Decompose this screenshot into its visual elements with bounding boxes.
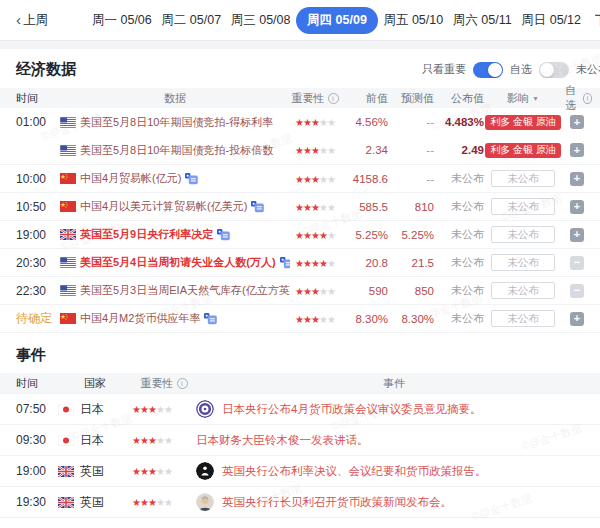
tab-05/06[interactable]: 周一 05/06	[88, 7, 156, 34]
flag-us-icon	[60, 145, 76, 156]
star-icon: ★	[311, 258, 319, 269]
star-icon: ★	[327, 145, 335, 156]
star-icon: ★	[148, 497, 156, 508]
econ-row-name[interactable]: 英国至5月9日央行利率决定	[60, 227, 290, 242]
tab-05/09[interactable]: 周四 05/09	[296, 7, 378, 34]
star-icon: ★	[156, 435, 164, 446]
event-cell[interactable]: 日本财务大臣铃木俊一发表讲话。	[196, 433, 592, 448]
col-event-time: 时间	[16, 376, 58, 391]
star-icon: ★	[311, 117, 319, 128]
remove-favorite-button[interactable]: −	[570, 284, 584, 298]
only-important-toggle[interactable]	[473, 62, 503, 78]
col-data: 数据	[60, 91, 290, 106]
related-data-icon[interactable]	[204, 312, 217, 325]
related-data-icon[interactable]	[217, 228, 230, 241]
event-cell[interactable]: 英国央行行长贝利召开货币政策新闻发布会。	[196, 493, 592, 511]
star-icon: ★	[156, 497, 164, 508]
add-favorite-button[interactable]: +	[570, 312, 584, 326]
tab-05/11[interactable]: 周六 05/11	[449, 7, 516, 34]
add-favorite-button[interactable]: +	[570, 200, 584, 214]
star-icon: ★	[319, 230, 327, 241]
star-icon: ★	[295, 258, 303, 269]
info-circle-icon[interactable]: i	[583, 93, 592, 104]
add-favorite-button[interactable]: +	[570, 143, 584, 157]
econ-row-time: 19:00	[16, 228, 60, 242]
published-value: 未公布	[434, 283, 484, 298]
chevron-left-icon: ‹	[16, 12, 21, 27]
impact-unpublished-button: 未公布	[491, 254, 555, 272]
col-event-country: 国家	[58, 376, 132, 391]
star-icon: ★	[303, 174, 311, 185]
star-icon: ★	[132, 435, 140, 446]
econ-row-time: 01:00	[16, 115, 60, 129]
flag-cn-icon	[60, 201, 76, 212]
star-icon: ★	[295, 314, 303, 325]
related-data-icon[interactable]	[280, 256, 290, 269]
econ-row-name[interactable]: 美国至5月8日10年期国债竞拍-得标利率	[60, 115, 290, 130]
published-value: 未公布	[434, 255, 484, 270]
event-text: 日本央行公布4月货币政策会议审议委员意见摘要。	[222, 402, 481, 417]
remove-favorite-button[interactable]: −	[570, 256, 584, 270]
col-importance: 重要性i	[290, 91, 340, 106]
impact-unpublished-button: 未公布	[491, 198, 555, 216]
boj-avatar	[196, 400, 214, 418]
importance-stars: ★★★★★	[290, 312, 340, 326]
econ-row-name[interactable]: 美国至5月8日10年期国债竞拍-投标倍数	[60, 143, 290, 158]
favorite-cell: −	[562, 256, 592, 270]
econ-row-time: 10:50	[16, 200, 60, 214]
prev-week-button[interactable]: ‹ 上周	[16, 12, 68, 29]
econ-row-time: 待确定	[16, 310, 60, 327]
impact-unpublished-button: 未公布	[491, 170, 555, 188]
tab-05/08[interactable]: 周三 05/08	[227, 7, 295, 34]
star-icon: ★	[295, 174, 303, 185]
forecast-value: 21.5	[388, 257, 434, 269]
econ-row-name[interactable]: 中国4月M2货币供应年率	[60, 311, 290, 326]
related-data-icon[interactable]	[185, 172, 198, 185]
econ-row: 22:30 美国至5月3日当周EIA天然气库存(亿立方英尺) ★★★★★ 590…	[0, 276, 600, 304]
impact-cell: 未公布	[484, 310, 562, 328]
info-circle-icon[interactable]: i	[177, 378, 188, 389]
econ-row-name[interactable]: 美国至5月4日当周初请失业金人数(万人)	[60, 255, 290, 270]
published-value: 未公布	[434, 227, 484, 242]
impact-cell: 未公布	[484, 226, 562, 244]
flag-jp-icon	[58, 435, 74, 446]
econ-row-name[interactable]: 美国至5月3日当周EIA天然气库存(亿立方英尺)	[60, 283, 290, 298]
star-icon: ★	[311, 202, 319, 213]
event-row: 19:00 英国 ★★★★★ 英国央行公布利率决议、会议纪要和货币政策报告。	[0, 455, 600, 486]
add-favorite-button[interactable]: +	[570, 228, 584, 242]
event-cell[interactable]: 日本央行公布4月货币政策会议审议委员意见摘要。	[196, 400, 592, 418]
events-title: 事件	[16, 346, 46, 365]
econ-row-name[interactable]: 中国4月贸易帐(亿元)	[60, 171, 290, 186]
add-favorite-button[interactable]: +	[570, 115, 584, 129]
impact-cell: 未公布	[484, 170, 562, 188]
flag-cn-icon	[60, 173, 76, 184]
econ-row-name[interactable]: 中国4月以美元计算贸易帐(亿美元)	[60, 199, 290, 214]
flag-us-icon	[60, 117, 76, 128]
prev-week-label: 上周	[23, 12, 48, 29]
related-data-icon[interactable]	[251, 200, 264, 213]
custom-filter-toggle[interactable]	[539, 62, 569, 78]
add-favorite-button[interactable]: +	[570, 172, 584, 186]
tab-05/07[interactable]: 周二 05/07	[157, 7, 225, 34]
event-cell[interactable]: 英国央行公布利率决议、会议纪要和货币政策报告。	[196, 462, 592, 480]
info-circle-icon[interactable]: i	[328, 93, 339, 104]
star-icon: ★	[311, 145, 319, 156]
tab-05/12[interactable]: 周日 05/12	[517, 7, 585, 34]
tab-05/10[interactable]: 周五 05/10	[379, 7, 447, 34]
star-icon: ★	[327, 314, 335, 325]
next-week-button[interactable]: 下周	[595, 12, 600, 29]
col-impact[interactable]: 影响▼	[484, 91, 562, 106]
favorite-cell: +	[562, 200, 592, 214]
prev-value: 585.5	[340, 201, 388, 213]
econ-row: 美国至5月8日10年期国债竞拍-投标倍数 ★★★★★ 2.34 -- 2.49 …	[0, 136, 600, 164]
star-icon: ★	[156, 404, 164, 415]
star-icon: ★	[148, 435, 156, 446]
importance-stars: ★★★★★	[132, 495, 196, 509]
star-icon: ★	[295, 202, 303, 213]
star-icon: ★	[319, 202, 327, 213]
unpublished-filter-label: 未公布	[576, 62, 600, 77]
event-text: 日本财务大臣铃木俊一发表讲话。	[196, 433, 369, 448]
star-icon: ★	[303, 258, 311, 269]
custom-filter-label: 自选	[510, 62, 532, 77]
favorite-cell: +	[562, 115, 592, 129]
